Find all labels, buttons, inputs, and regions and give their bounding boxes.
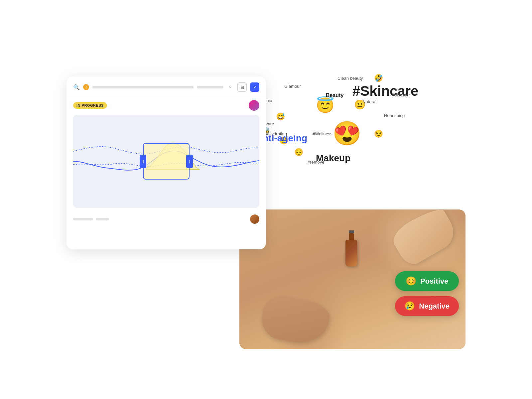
header-bar-2 <box>197 86 223 88</box>
word-beauty: Beauty <box>326 92 343 98</box>
card-subheader: IN PROGRESS <box>66 96 266 115</box>
emoji-unamused: 😒 <box>374 130 383 138</box>
word-glamour: Glamour <box>284 84 301 89</box>
analytics-card: 🔍 ! × ⊞ ✓ IN PROGRESS <box>66 76 266 249</box>
bottle-body <box>345 240 357 266</box>
waveform-selection[interactable]: ‖ ‖ <box>143 143 190 180</box>
warning-icon: ! <box>83 84 89 90</box>
bottle <box>345 230 357 266</box>
header-bar-1 <box>92 86 194 88</box>
status-badge: IN PROGRESS <box>73 102 107 109</box>
word-clean-beauty: Clean beauty <box>337 76 363 81</box>
emoji-rofl: 🤣 <box>374 74 383 82</box>
close-button[interactable]: × <box>227 83 234 91</box>
bottle-neck <box>349 233 354 240</box>
word-remove: #remove <box>308 160 325 165</box>
word-cloud: 😇 😍 😐 🤣 😅 😒 😟 😔 🐝 #Skincare Anti-ageing … <box>253 70 466 190</box>
photo-card: 😊 Positive 😢 Negative <box>239 209 466 349</box>
word-disaster: #disaster <box>392 92 410 97</box>
positive-button[interactable]: 😊 Positive <box>395 271 459 291</box>
confirm-button[interactable]: ✓ <box>250 82 259 92</box>
card-header: 🔍 ! × ⊞ ✓ <box>66 76 266 96</box>
emoji-expressionless: 😔 <box>294 148 303 157</box>
footer-bar-2 <box>96 218 109 220</box>
footer-avatar <box>250 214 259 224</box>
right-section: 😇 😍 😐 🤣 😅 😒 😟 😔 🐝 #Skincare Anti-ageing … <box>239 50 466 349</box>
avatar <box>249 100 259 111</box>
emoji-halo: 😇 <box>316 96 334 114</box>
drag-handle-right[interactable]: ‖ <box>186 155 193 168</box>
word-wellness: #Wellness <box>313 131 332 136</box>
sentiment-buttons: 😊 Positive 😢 Negative <box>395 271 459 316</box>
settings-button[interactable]: ⊞ <box>237 82 247 92</box>
word-nourishing: Nourishing <box>384 113 405 118</box>
positive-emoji: 😊 <box>406 276 416 286</box>
negative-label: Negative <box>419 302 450 311</box>
card-footer <box>66 214 266 224</box>
negative-emoji: 😢 <box>404 301 415 311</box>
positive-label: Positive <box>420 277 448 286</box>
word-hydrating: #Hydrating <box>266 131 287 136</box>
footer-bar-1 <box>73 218 93 220</box>
negative-button[interactable]: 😢 Negative <box>395 296 459 316</box>
word-natural: Natural <box>362 99 376 104</box>
bottle-cap <box>349 230 354 233</box>
emoji-heart-eyes: 😍 <box>332 120 361 147</box>
drag-handle-left[interactable]: ‖ <box>140 155 146 168</box>
emoji-sweat: 😅 <box>276 112 285 121</box>
waveform-area: ‖ ‖ <box>73 115 259 208</box>
search-icon: 🔍 <box>73 84 80 90</box>
